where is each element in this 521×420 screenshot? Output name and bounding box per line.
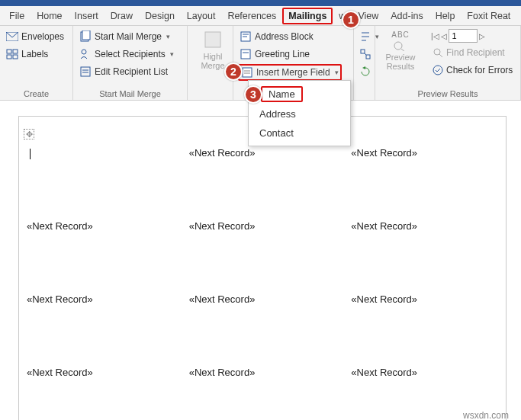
- label-cell[interactable]: «Next Record»: [182, 143, 344, 216]
- abc-icon: ABC: [391, 30, 410, 39]
- rules-icon: [360, 31, 371, 42]
- labels-button[interactable]: Labels: [5, 46, 50, 62]
- svg-rect-1: [7, 50, 11, 53]
- document-page[interactable]: ✥ «Next Record» «Next Record» «Next Reco…: [18, 116, 507, 420]
- check-errors-label: Check for Errors: [446, 65, 513, 75]
- edit-list-label: Edit Recipient List: [95, 66, 168, 77]
- select-recipients-label: Select Recipients: [95, 49, 166, 59]
- tab-addins[interactable]: Add-ins: [384, 8, 429, 24]
- next-record-button[interactable]: ▷: [479, 32, 485, 40]
- find-recipient-button[interactable]: Find Recipient: [431, 45, 514, 60]
- menu-item-address[interactable]: Address: [249, 104, 350, 123]
- svg-rect-4: [13, 55, 18, 59]
- chevron-down-icon: ▾: [170, 50, 174, 58]
- greeting-label: Greeting Line: [255, 49, 310, 59]
- label-cell[interactable]: «Next Record»: [343, 216, 506, 289]
- text-cursor: [30, 149, 31, 159]
- check-icon: [433, 65, 443, 75]
- svg-point-27: [433, 66, 442, 75]
- address-block-button[interactable]: Address Block: [238, 29, 315, 44]
- edit-recipient-list-button[interactable]: Edit Recipient List: [78, 64, 169, 79]
- envelopes-button[interactable]: Envelopes: [5, 29, 66, 44]
- recipients-icon: [79, 48, 92, 60]
- group-start-label: Start Mail Merge: [78, 88, 182, 98]
- match-fields-button[interactable]: [359, 46, 372, 62]
- record-number-input[interactable]: [449, 29, 478, 43]
- label-grid: «Next Record» «Next Record» «Next Record…: [19, 143, 506, 420]
- menu-item-name-label: Name: [261, 86, 303, 102]
- preview-label-2: Results: [387, 62, 415, 71]
- menu-item-contact[interactable]: Contact: [249, 123, 350, 143]
- envelopes-label: Envelopes: [21, 31, 64, 42]
- tab-design[interactable]: Design: [139, 8, 181, 24]
- match-icon: [360, 49, 371, 59]
- label-cell[interactable]: «Next Record»: [343, 143, 506, 216]
- edit-list-icon: [79, 66, 92, 78]
- watermark: wsxdn.com: [463, 410, 509, 420]
- tab-help[interactable]: Help: [429, 8, 462, 24]
- record-nav: |◁ ◁ ▷: [431, 29, 514, 43]
- address-block-label: Address Block: [255, 31, 314, 42]
- tab-references[interactable]: References: [221, 8, 282, 24]
- label-cell[interactable]: «Next Record»: [19, 362, 182, 420]
- chevron-down-icon: ▾: [166, 33, 170, 40]
- select-recipients-button[interactable]: Select Recipients▾: [78, 46, 175, 62]
- callout-2: 2: [224, 63, 243, 81]
- table-move-handle[interactable]: ✥: [24, 129, 34, 139]
- svg-rect-15: [241, 50, 250, 59]
- label-cell[interactable]: [19, 143, 182, 216]
- preview-label-1: Preview: [385, 53, 415, 62]
- tab-mailings[interactable]: Mailings: [282, 8, 333, 24]
- svg-rect-11: [205, 32, 220, 47]
- svg-rect-21: [366, 55, 370, 59]
- label-cell[interactable]: «Next Record»: [182, 216, 344, 289]
- label-cell[interactable]: «Next Record»: [19, 216, 182, 289]
- labels-label: Labels: [21, 49, 48, 59]
- check-errors-button[interactable]: Check for Errors: [431, 63, 514, 78]
- label-cell[interactable]: «Next Record»: [19, 289, 182, 362]
- svg-rect-20: [361, 50, 365, 53]
- start-merge-icon: [79, 30, 92, 43]
- tab-layout[interactable]: Layout: [181, 8, 222, 24]
- find-recipient-label: Find Recipient: [446, 47, 505, 58]
- labels-icon: [6, 49, 18, 59]
- preview-results-button[interactable]: ABC PreviewResults: [380, 29, 421, 71]
- address-block-icon: [240, 30, 252, 43]
- tab-file[interactable]: File: [3, 8, 31, 24]
- svg-point-25: [434, 49, 440, 55]
- tab-foxit[interactable]: Foxit Reat: [461, 8, 516, 24]
- label-cell[interactable]: «Next Record»: [182, 289, 344, 362]
- find-icon: [433, 47, 443, 58]
- start-merge-label: Start Mail Merge: [95, 31, 162, 42]
- magnifier-icon: [391, 40, 410, 51]
- tab-insert[interactable]: Insert: [69, 8, 105, 24]
- highlight-label-2: Merge: [201, 61, 224, 70]
- tab-draw[interactable]: Draw: [105, 8, 139, 24]
- svg-point-7: [82, 50, 86, 54]
- update-labels-button[interactable]: [359, 64, 372, 79]
- svg-rect-3: [7, 55, 11, 59]
- svg-rect-17: [243, 68, 252, 77]
- svg-line-26: [439, 54, 442, 57]
- title-bar: [0, 0, 521, 6]
- insert-merge-field-button[interactable]: Insert Merge Field ▾: [238, 64, 342, 81]
- prev-record-button[interactable]: ◁: [441, 32, 447, 40]
- envelope-icon: [6, 32, 18, 41]
- merge-field-icon: [241, 66, 253, 79]
- chevron-down-icon: ▾: [335, 69, 339, 76]
- start-mail-merge-button[interactable]: Start Mail Merge▾: [78, 29, 172, 44]
- highlight-icon: [202, 29, 224, 50]
- greeting-icon: [240, 48, 252, 60]
- callout-1: 1: [342, 11, 360, 29]
- svg-line-22: [365, 53, 366, 55]
- insert-merge-field-label: Insert Merge Field: [256, 67, 330, 78]
- tab-home[interactable]: Home: [31, 8, 68, 24]
- group-preview-label: Preview Results: [380, 88, 516, 98]
- menu-item-name[interactable]: Name: [253, 84, 346, 104]
- first-record-button[interactable]: |◁: [431, 32, 439, 40]
- svg-rect-2: [13, 50, 18, 53]
- label-cell[interactable]: «Next Record»: [343, 289, 506, 362]
- label-cell[interactable]: «Next Record»: [182, 362, 344, 420]
- insert-merge-field-menu: Name Address Contact: [248, 80, 351, 146]
- greeting-line-button[interactable]: Greeting Line: [238, 46, 311, 62]
